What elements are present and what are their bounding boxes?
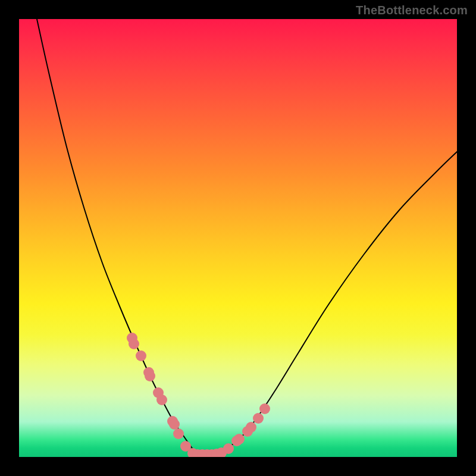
curve-layer [19,19,457,457]
svg-point-20 [234,434,245,444]
svg-point-1 [129,339,139,349]
svg-point-18 [223,443,234,454]
plot-area [19,19,457,457]
svg-point-22 [246,422,256,433]
sample-dots [127,333,270,457]
svg-point-24 [259,403,270,414]
svg-point-23 [253,413,264,424]
chart-frame: TheBottleneck.com [0,0,476,476]
svg-point-4 [145,371,155,381]
svg-point-6 [156,394,167,405]
svg-point-2 [136,350,146,361]
svg-point-9 [173,428,184,439]
bottleneck-curve [37,19,457,454]
svg-point-8 [169,419,180,430]
watermark-text: TheBottleneck.com [356,4,468,17]
